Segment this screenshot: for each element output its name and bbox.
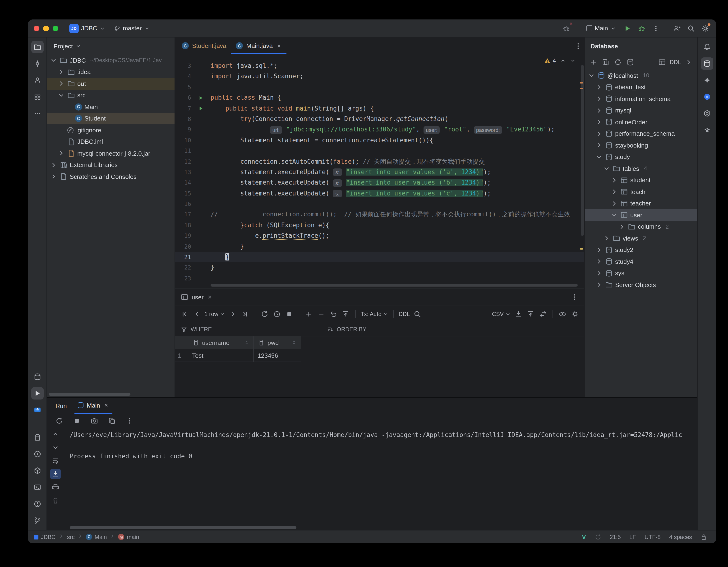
ddl-button[interactable]: DDL — [398, 308, 411, 320]
generate-ddl-button[interactable]: DDL — [669, 56, 682, 68]
add-row-button[interactable] — [303, 308, 315, 320]
grid-settings-button[interactable] — [569, 308, 581, 320]
db-tree-item-ebean-test[interactable]: ebean_test — [585, 81, 697, 93]
profiler-toolwindow-button[interactable] — [31, 448, 43, 460]
todo-toolwindow-button[interactable] — [31, 431, 43, 444]
tab-main-java[interactable]: CMain.java — [231, 37, 286, 54]
docker-toolwindow-button[interactable] — [31, 404, 43, 416]
project-tree-item-main[interactable]: CMain — [47, 101, 175, 113]
project-tree-item-mysql-connector-j-8-2-0-jar[interactable]: mysql-connector-j-8.2.0.jar — [47, 147, 175, 159]
code-line-7[interactable]: 7 public static void main(String[] args)… — [175, 103, 584, 114]
db-tree-item-staybooking[interactable]: staybooking — [585, 139, 697, 151]
editor-vertical-scrollbar[interactable] — [581, 65, 584, 236]
db-tree-item-onlineorder[interactable]: onlineOrder — [585, 116, 697, 128]
caret-position-widget[interactable]: 21:5 — [606, 534, 624, 540]
terminal-toolwindow-button[interactable] — [31, 481, 43, 493]
project-tree-item-gitignore[interactable]: .gitignore — [47, 124, 175, 136]
expand-toolbar-button[interactable] — [683, 56, 694, 68]
more-toolwindows-button[interactable] — [31, 107, 43, 119]
column-header-pwd[interactable]: pwd — [254, 337, 301, 349]
breadcrumb-item-main[interactable]: mmain — [118, 534, 139, 540]
first-page-button[interactable] — [179, 308, 190, 320]
error-stripe-mark[interactable] — [580, 88, 583, 89]
search-everywhere-button[interactable] — [685, 22, 697, 34]
order-by-filter[interactable]: ORDER BY — [321, 326, 584, 333]
db-tree-item-views[interactable]: views2 — [585, 232, 697, 244]
code-line-4[interactable]: 4import java.util.Scanner; — [175, 71, 584, 82]
breadcrumb-item-src[interactable]: src — [67, 534, 75, 540]
close-window-button[interactable] — [34, 25, 39, 31]
code-line-9[interactable]: 9 url: "jdbc:mysql://localhost:3306/stud… — [175, 124, 584, 135]
code-line-5[interactable]: 5 — [175, 82, 584, 93]
more-run-actions-button[interactable] — [650, 22, 662, 34]
code-line-13[interactable]: 13 statement.executeUpdate( s: "insert i… — [175, 167, 584, 178]
compare-data-button[interactable] — [537, 308, 549, 320]
sort-icon[interactable] — [291, 340, 297, 346]
db-tree-item-information-schema[interactable]: information_schema — [585, 93, 697, 105]
code-line-6[interactable]: 6public class Main { — [175, 92, 584, 103]
stop-process-button[interactable] — [71, 415, 83, 427]
editor-tabs-menu-button[interactable] — [572, 40, 584, 52]
grid-cell-pwd[interactable]: 123456 — [254, 349, 301, 362]
close-icon[interactable] — [103, 402, 109, 408]
sort-icon[interactable] — [244, 340, 249, 346]
query-history-button[interactable] — [272, 308, 283, 320]
db-tree-item-tables[interactable]: tables4 — [585, 163, 697, 174]
error-stripe-mark[interactable] — [580, 82, 583, 83]
next-problem-button[interactable] — [570, 58, 576, 64]
table-panel-menu-button[interactable] — [568, 291, 581, 303]
code-line-21[interactable]: 21 } — [175, 252, 584, 262]
paw-plugin-button[interactable] — [701, 124, 713, 136]
breadcrumb-item-jdbc[interactable]: JDBC — [34, 534, 56, 540]
structure-toolwindow-button[interactable] — [31, 91, 43, 103]
previous-problem-button[interactable] — [560, 58, 566, 64]
duplicate-data-source-button[interactable] — [600, 56, 611, 68]
project-tree-item-jdbc[interactable]: JDBC~/Desktop/CS/JavaEE/1 Jav — [47, 55, 175, 66]
project-tree-item-student[interactable]: CStudent — [47, 113, 175, 124]
openai-plugin-button[interactable] — [701, 107, 713, 119]
db-tree-item-teacher[interactable]: teacher — [585, 198, 697, 209]
line-separator-widget[interactable]: LF — [626, 534, 639, 540]
run-tab-main[interactable]: Main — [74, 398, 112, 414]
run-config-widget[interactable]: Main — [583, 23, 619, 33]
console-options-button[interactable] — [124, 415, 135, 427]
project-tree-item-src[interactable]: src — [47, 89, 175, 101]
transaction-mode-selector[interactable]: Tx: Auto — [360, 308, 390, 320]
code-line-18[interactable]: 18 }catch (SQLException e){ — [175, 220, 584, 231]
grid-cell-username[interactable]: Test — [188, 349, 254, 362]
settings-button[interactable] — [699, 22, 711, 34]
error-stripe-mark[interactable] — [580, 248, 583, 249]
last-page-button[interactable] — [240, 308, 251, 320]
page-size-selector[interactable]: 1 row — [203, 308, 226, 320]
scroll-to-end-button[interactable] — [50, 469, 61, 479]
project-panel-header[interactable]: Project — [47, 37, 175, 55]
project-toolwindow-button[interactable] — [31, 41, 43, 53]
code-with-me-button[interactable] — [671, 22, 683, 34]
ideavim-widget[interactable]: V — [579, 533, 589, 540]
close-icon[interactable] — [276, 43, 282, 49]
run-line-icon[interactable] — [194, 95, 207, 101]
code-line-11[interactable]: 11 — [175, 146, 584, 156]
build-toolwindow-button[interactable] — [31, 465, 43, 477]
run-button[interactable] — [621, 22, 634, 34]
file-lock-icon[interactable] — [697, 534, 710, 540]
scroll-down-button[interactable] — [50, 442, 61, 453]
revert-changes-button[interactable] — [328, 308, 339, 320]
vcs-branch-widget[interactable]: master — [111, 23, 153, 33]
console-output[interactable]: /Users/eve/Library/Java/JavaVirtualMachi… — [64, 428, 697, 530]
project-tree-item-jdbc-iml[interactable]: JDBC.iml — [47, 136, 175, 147]
add-data-source-button[interactable] — [588, 56, 599, 68]
open-table-button[interactable] — [656, 56, 668, 68]
row-number[interactable]: 1 — [175, 349, 188, 362]
where-filter[interactable]: WHERE — [175, 326, 321, 333]
code-line-3[interactable]: 3import java.sql.*; — [175, 61, 584, 71]
clear-console-button[interactable] — [50, 495, 61, 506]
breadcrumb-item-main[interactable]: CMain — [86, 534, 107, 540]
services-toolwindow-button[interactable] — [31, 371, 43, 383]
pull-requests-toolwindow-button[interactable] — [31, 74, 43, 86]
row-number-header[interactable] — [175, 337, 188, 349]
code-editor[interactable]: 3import java.sql.*;4import java.util.Sca… — [175, 55, 584, 288]
ai-assistant-toolwindow-button[interactable] — [701, 74, 713, 86]
snapshot-button[interactable] — [89, 415, 100, 427]
scroll-up-button[interactable] — [50, 429, 61, 439]
